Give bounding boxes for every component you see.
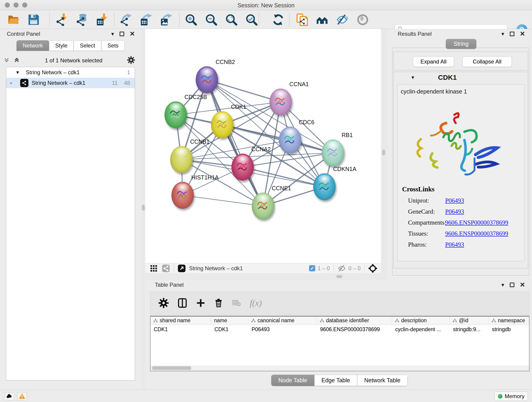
node-RB1[interactable] bbox=[322, 139, 344, 166]
node-CCNB2[interactable] bbox=[196, 66, 218, 93]
delete-column-icon[interactable] bbox=[214, 298, 223, 307]
panel-menu-icon[interactable]: ▾ bbox=[111, 31, 114, 37]
column-header-name[interactable]: name bbox=[211, 317, 248, 325]
tab-sets[interactable]: Sets bbox=[101, 40, 125, 51]
cell-name[interactable]: CDK1 bbox=[211, 325, 248, 334]
edge-CCNB2-CCNE1[interactable] bbox=[207, 80, 263, 206]
left-splitter-handle[interactable] bbox=[142, 205, 145, 211]
zoom-selected-button[interactable] bbox=[245, 13, 258, 26]
float-panel-icon[interactable] bbox=[120, 32, 124, 36]
node-CCNA2[interactable] bbox=[231, 153, 254, 181]
node-CDKN1A[interactable] bbox=[313, 173, 336, 200]
node-CDK1[interactable] bbox=[211, 111, 234, 138]
add-column-icon[interactable] bbox=[196, 298, 205, 307]
close-panel-icon[interactable]: ✕ bbox=[520, 282, 525, 288]
expand-all-button[interactable]: Expand All bbox=[413, 56, 454, 67]
column-header-description[interactable]: description bbox=[392, 317, 450, 325]
inactive-eye-button[interactable] bbox=[356, 13, 369, 26]
edge-HIST1H1A-CCNE1[interactable] bbox=[183, 195, 263, 206]
collapse-all-button[interactable]: Collapse All bbox=[462, 56, 512, 67]
right-splitter-handle[interactable] bbox=[382, 149, 385, 155]
cell-shared-name[interactable]: CDK1 bbox=[151, 325, 211, 334]
node-HIST1H1A[interactable] bbox=[171, 182, 194, 209]
crosslink-link[interactable]: 9606.ENSP00000378699 bbox=[445, 219, 508, 226]
column-header-shared-name[interactable]: shared name bbox=[151, 317, 211, 325]
crosslinks-section: CrossLinks Uniprot: P06493 GeneCard: P06… bbox=[402, 185, 521, 252]
cell-description[interactable]: cyclin-dependent ... bbox=[392, 325, 450, 334]
refresh-layout-button[interactable] bbox=[272, 13, 285, 26]
tab-network-table[interactable]: Network Table bbox=[357, 375, 408, 386]
node-CDC25B[interactable] bbox=[165, 101, 187, 128]
expand-all-networks-icon[interactable] bbox=[3, 57, 10, 64]
float-panel-icon[interactable] bbox=[510, 283, 514, 287]
collapse-triangle-icon[interactable]: ▼ bbox=[15, 70, 20, 75]
column-header-namespace[interactable]: namespace bbox=[489, 317, 530, 325]
network-canvas[interactable]: CCNB2 CCNA1 CDC25B CDK1 CDC6 RB1 CCNB1 C… bbox=[145, 29, 381, 263]
node-CDC6[interactable] bbox=[279, 127, 301, 153]
import-table-button[interactable] bbox=[95, 13, 109, 26]
show-columns-icon[interactable] bbox=[177, 298, 187, 308]
network-collection-label: String Network – cdk1 bbox=[26, 69, 80, 76]
selected-checkbox-icon[interactable]: ✓ bbox=[309, 265, 315, 271]
table-options-gear-icon[interactable] bbox=[158, 298, 169, 308]
birdseye-crosshair-icon[interactable] bbox=[368, 264, 377, 273]
hide-glass-button[interactable] bbox=[336, 13, 349, 26]
node-table[interactable]: shared namenamecanonical namedatabase id… bbox=[150, 316, 530, 371]
tab-edge-table[interactable]: Edge Table bbox=[314, 375, 357, 386]
import-network-database-button[interactable] bbox=[75, 13, 89, 26]
export-image-button[interactable] bbox=[159, 13, 173, 26]
column-header-canonical-name[interactable]: canonical name bbox=[248, 317, 317, 325]
crosslink-link[interactable]: 9606.ENSP00000378699 bbox=[445, 230, 508, 237]
column-header-database-identifier[interactable]: database identifier bbox=[317, 317, 392, 325]
import-network-file-button[interactable] bbox=[55, 13, 68, 26]
network-row-selected[interactable]: ● String Network – cdk1 11 48 bbox=[6, 78, 135, 88]
cell-namespace[interactable]: stringdb bbox=[489, 325, 530, 334]
node-CCNE1[interactable] bbox=[252, 192, 274, 220]
tab-network[interactable]: Network bbox=[17, 40, 49, 51]
tab-node-table[interactable]: Node Table bbox=[271, 375, 314, 386]
table-row[interactable]: CDK1CDK1P064939606.ENSP00000378699cyclin… bbox=[151, 325, 529, 334]
node-CCNA1[interactable] bbox=[269, 89, 292, 115]
collapse-all-networks-icon[interactable] bbox=[13, 57, 20, 64]
zoom-fit-button[interactable] bbox=[225, 13, 238, 26]
close-panel-icon[interactable]: ✕ bbox=[130, 31, 135, 37]
node-label-CDKN1A: CDKN1A bbox=[333, 166, 356, 172]
cloud-status-button[interactable] bbox=[4, 392, 14, 400]
hidden-eye-icon bbox=[337, 264, 346, 273]
cell-database-identifier[interactable]: 9606.ENSP00000378699 bbox=[317, 325, 392, 334]
bottom-splitter-handle[interactable] bbox=[336, 275, 342, 278]
cell-canonical-name[interactable]: P06493 bbox=[248, 325, 317, 334]
network-options-gear-icon[interactable] bbox=[127, 56, 135, 65]
cell--id[interactable]: stringdb:9... bbox=[450, 325, 489, 334]
string-import-button[interactable] bbox=[296, 13, 309, 26]
scrollbar-thumb[interactable] bbox=[152, 366, 191, 370]
close-panel-icon[interactable]: ✕ bbox=[520, 31, 525, 37]
tab-string[interactable]: String bbox=[446, 39, 476, 49]
crosslink-link[interactable]: P06493 bbox=[445, 241, 464, 248]
panel-menu-icon[interactable]: ▾ bbox=[501, 282, 504, 288]
tab-style[interactable]: Style bbox=[49, 40, 74, 51]
crosslink-link[interactable]: P06493 bbox=[445, 197, 464, 204]
column-header--id[interactable]: @id bbox=[450, 317, 489, 325]
warning-button[interactable] bbox=[17, 392, 27, 400]
memory-button[interactable]: Memory bbox=[494, 392, 528, 401]
table-hscrollbar[interactable] bbox=[151, 365, 529, 371]
string-view-icon[interactable] bbox=[162, 264, 170, 273]
export-network-button[interactable] bbox=[119, 13, 133, 26]
network-collection-row[interactable]: ▼ String Network – cdk1 1 bbox=[6, 67, 135, 78]
zoom-out-button[interactable] bbox=[205, 13, 218, 26]
gene-description: cyclin-dependent kinase 1 bbox=[401, 88, 525, 95]
export-table-button[interactable] bbox=[139, 13, 152, 26]
crosslink-link[interactable]: P06493 bbox=[445, 208, 464, 215]
open-session-button[interactable] bbox=[7, 13, 20, 26]
node-CCNB1[interactable] bbox=[170, 146, 193, 173]
collapse-entry-triangle-icon[interactable]: ▼ bbox=[411, 75, 415, 80]
open-in-new-window-icon[interactable] bbox=[177, 264, 186, 273]
panel-menu-icon[interactable]: ▾ bbox=[501, 31, 504, 37]
tab-select[interactable]: Select bbox=[74, 40, 101, 51]
grid-view-icon[interactable] bbox=[150, 264, 158, 272]
zoom-in-button[interactable] bbox=[184, 13, 198, 26]
save-session-button[interactable] bbox=[27, 13, 40, 26]
float-panel-icon[interactable] bbox=[510, 32, 514, 36]
compartments-button[interactable] bbox=[316, 13, 329, 26]
